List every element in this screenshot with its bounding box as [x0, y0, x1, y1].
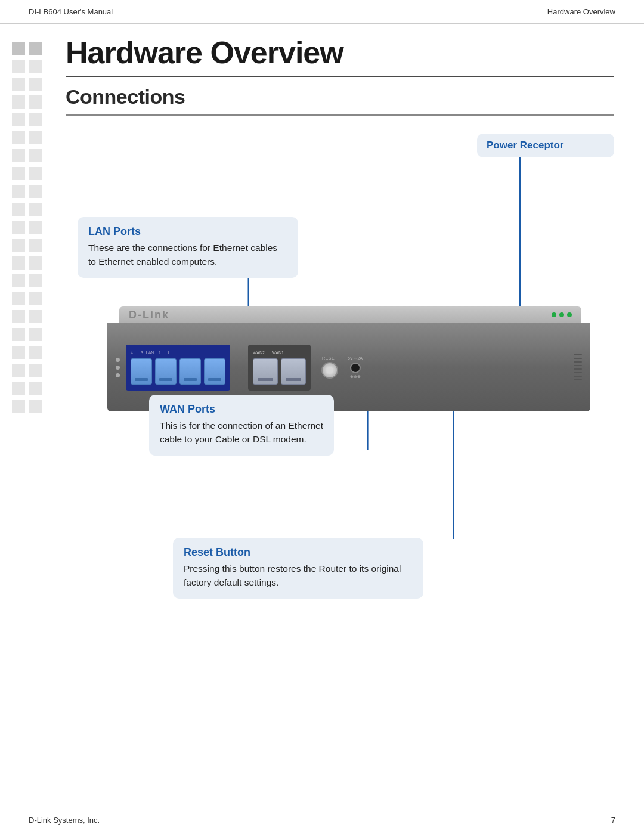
subtitle: Connections	[66, 85, 614, 109]
sq-pair-15	[12, 292, 42, 305]
sq-light	[12, 95, 25, 109]
sq-pair-3	[12, 78, 42, 91]
sq-pair-11	[12, 221, 42, 234]
sq-pair-8	[12, 167, 42, 180]
sq-light	[29, 221, 42, 234]
sq-light	[29, 274, 42, 287]
header-right: Hardware Overview	[547, 7, 615, 16]
sq-light	[12, 239, 25, 252]
wan-ports-title: WAN Ports	[160, 403, 323, 416]
sq-light	[29, 78, 42, 91]
sq-pair-14	[12, 274, 42, 287]
lan-ports-title: LAN Ports	[88, 225, 287, 238]
sq-dark	[12, 42, 25, 55]
page-title-section: Hardware Overview	[66, 24, 614, 77]
sq-light	[12, 400, 25, 413]
sq-light	[29, 382, 42, 395]
sq-light	[12, 113, 25, 126]
sq-light	[29, 292, 42, 305]
lan-ports-callout: LAN Ports These are the connections for …	[78, 217, 298, 278]
sq-light	[29, 131, 42, 144]
sq-light	[29, 113, 42, 126]
sq-light	[12, 131, 25, 144]
sq-light	[29, 310, 42, 323]
wan-ports-text: This is for the connection of an Etherne…	[160, 419, 323, 446]
sq-light	[29, 400, 42, 413]
sq-pair-5	[12, 113, 42, 126]
sq-pair-4	[12, 95, 42, 109]
header-left: DI-LB604 User's Manual	[29, 7, 113, 16]
page-footer: D-Link Systems, Inc. 7	[0, 807, 644, 833]
sq-light	[12, 346, 25, 359]
sq-light	[29, 95, 42, 109]
sq-light	[12, 167, 25, 180]
sq-pair-13	[12, 256, 42, 270]
sq-light	[12, 256, 25, 270]
sq-light	[29, 60, 42, 73]
sq-light	[29, 256, 42, 270]
sq-pair-18	[12, 346, 42, 359]
sq-pair-6	[12, 131, 42, 144]
sq-light	[12, 203, 25, 216]
diagram-area: Power Receptor LAN Ports These are the c…	[66, 134, 614, 652]
sq-light	[12, 78, 25, 91]
sq-pair-16	[12, 310, 42, 323]
main-content: Hardware Overview Connections Power Rece…	[54, 24, 644, 688]
sq-pair-1	[12, 42, 42, 55]
sq-light	[12, 60, 25, 73]
sq-light	[12, 328, 25, 341]
sq-light	[29, 328, 42, 341]
sq-pair-7	[12, 149, 42, 162]
reset-button-text: Pressing this button restores the Router…	[184, 562, 413, 589]
reset-button-title: Reset Button	[184, 546, 413, 559]
lan-ports-text: These are the connections for Ethernet c…	[88, 241, 287, 268]
power-receptor-title: Power Receptor	[487, 140, 605, 151]
power-receptor-callout: Power Receptor	[477, 134, 614, 157]
sq-light	[29, 149, 42, 162]
page-header: DI-LB604 User's Manual Hardware Overview	[0, 0, 644, 24]
sq-pair-2	[12, 60, 42, 73]
sq-pair-17	[12, 328, 42, 341]
sq-light	[29, 364, 42, 377]
footer-left: D-Link Systems, Inc.	[29, 816, 100, 825]
sq-light	[12, 364, 25, 377]
subtitle-section: Connections	[66, 77, 614, 116]
sq-light	[12, 274, 25, 287]
sq-pair-10	[12, 203, 42, 216]
sq-pair-21	[12, 400, 42, 413]
sq-light	[29, 239, 42, 252]
sq-light	[12, 185, 25, 198]
sq-light	[29, 346, 42, 359]
wan-ports-callout: WAN Ports This is for the connection of …	[149, 395, 334, 456]
sq-pair-19	[12, 364, 42, 377]
sq-light	[29, 167, 42, 180]
sq-dark	[29, 42, 42, 55]
sq-pair-9	[12, 185, 42, 198]
sq-light	[12, 292, 25, 305]
sq-light	[12, 310, 25, 323]
footer-right: 7	[611, 816, 615, 825]
sq-light	[12, 221, 25, 234]
page-title: Hardware Overview	[66, 36, 614, 70]
sq-light	[29, 203, 42, 216]
sq-light	[12, 149, 25, 162]
sq-light	[12, 382, 25, 395]
sidebar-decoration	[0, 30, 54, 803]
sq-light	[29, 185, 42, 198]
sq-pair-20	[12, 382, 42, 395]
sq-pair-12	[12, 239, 42, 252]
reset-button-callout: Reset Button Pressing this button restor…	[173, 538, 423, 599]
